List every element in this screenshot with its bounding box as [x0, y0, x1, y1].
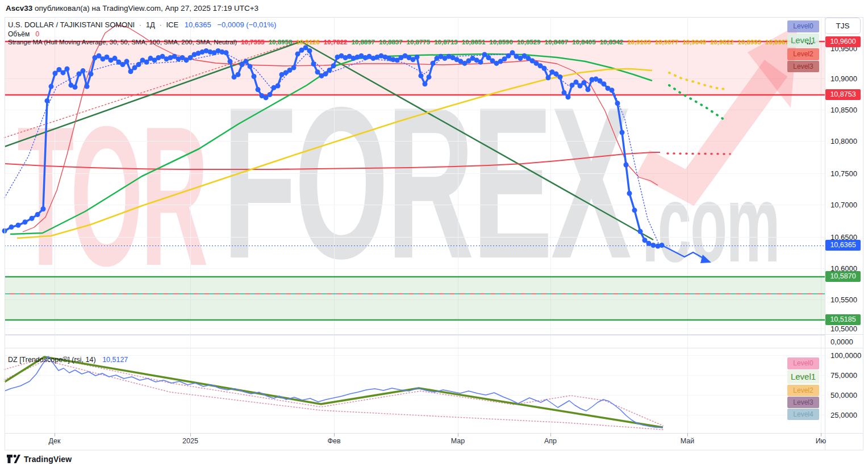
data-point	[89, 72, 94, 77]
data-point	[554, 72, 559, 77]
data-point	[53, 71, 58, 76]
data-point	[620, 130, 625, 135]
price-change: −0,0009 (−0,01%)	[217, 20, 276, 29]
data-point	[132, 65, 137, 70]
data-point	[632, 207, 637, 213]
level-chip-lower-level0[interactable]: Level0	[787, 357, 819, 369]
data-point	[646, 241, 652, 246]
data-point	[651, 243, 656, 248]
volume-legend[interactable]: Объём 0	[8, 30, 39, 38]
level-chip-lower-level3[interactable]: Level3	[787, 397, 819, 408]
data-point	[627, 191, 632, 196]
data-point	[427, 74, 432, 80]
level-chip-main-level1[interactable]: Level1	[787, 34, 819, 47]
data-point	[546, 75, 551, 80]
price-axis-label: 10,5500	[831, 296, 857, 304]
level-chip-lower-level1[interactable]: Level1	[787, 370, 819, 384]
ma-value: 10,9077	[655, 39, 679, 45]
data-point	[295, 51, 301, 56]
data-point	[419, 73, 424, 78]
data-point	[16, 223, 21, 228]
level-chip-lower-level4[interactable]: Level4	[787, 409, 819, 420]
symbol-title: U.S. DOLLAR / TAJIKISTANI SOMONI	[8, 20, 135, 29]
data-point	[85, 84, 90, 89]
data-point	[112, 56, 118, 61]
tradingview-logo-icon	[7, 454, 20, 464]
level-chip-main-level0[interactable]: Level0	[787, 20, 819, 32]
time-axis-label: Фев	[327, 437, 340, 445]
data-point	[486, 55, 491, 60]
strange-ma-legend[interactable]: Strange MA (Hull Moving Average, 30, 50,…	[8, 39, 798, 45]
data-point	[276, 84, 281, 89]
ma-value: 10,8775	[407, 39, 431, 45]
data-point	[311, 61, 316, 66]
ma-value: 10,8993	[738, 39, 762, 45]
ma-value: 10,7822	[324, 39, 348, 45]
chart-canvas[interactable]	[0, 0, 868, 470]
last-price: 10,6365	[185, 20, 211, 29]
data-point	[323, 72, 328, 77]
data-point	[542, 66, 547, 71]
ma-value: 10,7355	[241, 39, 265, 45]
level-chip-lower-level2[interactable]: Level2	[787, 385, 819, 396]
data-point	[73, 85, 78, 90]
exchange: ICE	[166, 20, 178, 29]
currency-button-tjs[interactable]: TJS	[825, 18, 861, 34]
separator-dot: ·	[159, 20, 161, 29]
indicator-axis-label: 25,0000	[831, 411, 857, 419]
ma-value: 10,9049	[682, 39, 706, 45]
data-point	[642, 238, 648, 243]
series-forecast-arrow	[663, 246, 706, 260]
data-point	[268, 92, 273, 97]
data-point	[188, 55, 193, 60]
data-point	[582, 80, 587, 85]
data-point	[97, 53, 102, 59]
data-point	[61, 70, 66, 75]
data-point	[574, 80, 579, 85]
data-point	[144, 60, 149, 65]
attribution: Ascv33 опубликовал(а) на TradingView.com…	[6, 4, 258, 13]
symbol-legend[interactable]: U.S. DOLLAR / TAJIKISTANI SOMONI · 1Д · …	[8, 20, 276, 29]
data-point	[240, 62, 245, 67]
level-chip-main-level2[interactable]: Level2	[787, 48, 819, 60]
data-point	[23, 219, 28, 224]
data-point	[256, 87, 261, 92]
data-point	[228, 59, 233, 64]
price-axis-chip: 10,9600	[825, 36, 861, 47]
price-axis-label: 10,8500	[831, 106, 857, 114]
ma-value: 10,9126	[296, 39, 320, 45]
data-point	[327, 68, 332, 73]
data-point	[598, 78, 603, 84]
level-chip-main-level3[interactable]: Level3	[787, 61, 819, 72]
ma-value: 10,8529	[517, 39, 541, 45]
volume-value: 0	[36, 30, 40, 38]
data-point	[578, 84, 583, 89]
ma-value: 10,8967	[765, 39, 789, 45]
zone-support	[5, 277, 825, 320]
data-point	[124, 59, 130, 64]
ma-value: 10,8837	[379, 39, 403, 45]
data-point	[624, 163, 629, 168]
ma-value: 10,8897	[351, 39, 375, 45]
dz-trendoscope-legend[interactable]: DZ [Trendoscope®] (rsi, 14) 10,5127	[8, 356, 128, 364]
data-point	[57, 67, 62, 72]
time-axis-label: Дек	[49, 437, 61, 445]
tradingview-logo-text: TradingView	[24, 455, 72, 464]
data-point	[482, 52, 487, 57]
tradingview-logo[interactable]: TradingView	[7, 454, 72, 464]
ma-value: 10,8467	[544, 39, 568, 45]
dz-label: DZ [Trendoscope®] (rsi, 14)	[8, 356, 96, 364]
time-axis-label: Мар	[451, 437, 465, 445]
ma-value: 10,8590	[489, 39, 513, 45]
series-dz-zigzag	[5, 357, 663, 427]
data-point	[45, 98, 50, 103]
series-sma100-red	[5, 152, 660, 169]
ma-value: 10,8713	[434, 39, 458, 45]
ma-values-ellipsis: ...	[807, 38, 813, 46]
data-point	[558, 74, 563, 80]
data-point	[506, 53, 511, 59]
data-point	[49, 84, 54, 89]
data-point	[65, 66, 70, 72]
data-point	[35, 212, 40, 217]
data-point	[423, 81, 428, 86]
